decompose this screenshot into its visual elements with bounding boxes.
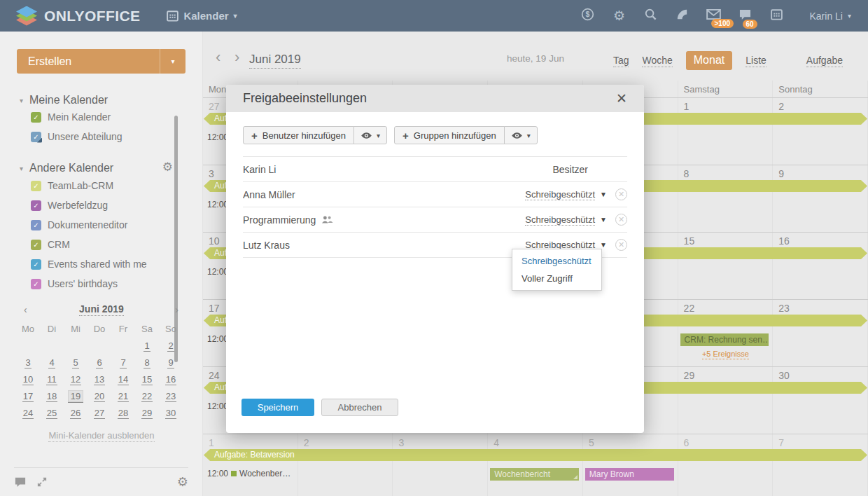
minical-date[interactable]: 22 — [141, 391, 153, 402]
minical-date[interactable]: 8 — [144, 357, 150, 368]
minical-date[interactable]: 29 — [141, 408, 153, 419]
payments-button[interactable]: $ — [580, 8, 596, 24]
minical-date[interactable]: 4 — [48, 357, 55, 368]
minical-date[interactable]: 10 — [22, 374, 34, 385]
minical-date[interactable]: 6 — [96, 357, 102, 368]
day-cell[interactable]: 1 — [203, 434, 298, 496]
day-event[interactable]: CRM: Rechnung sen… — [680, 333, 769, 346]
day-cell[interactable]: 1 — [678, 98, 774, 165]
minical-date[interactable]: 20 — [94, 391, 105, 402]
chevron-down-icon[interactable]: ▼ — [600, 216, 607, 223]
day-cell[interactable]: 3 — [393, 434, 488, 496]
other-calendars-gear-icon[interactable]: ⚙ — [162, 162, 173, 173]
day-event[interactable]: Wochenbericht — [490, 468, 579, 481]
day-cell[interactable]: 7 — [773, 434, 868, 496]
add-group-visibility-dropdown[interactable]: ▾ — [504, 126, 538, 144]
hide-minical-link[interactable]: Mini-Kalender ausblenden — [0, 430, 203, 441]
add-user-visibility-dropdown[interactable]: ▾ — [354, 126, 387, 144]
mail-button[interactable]: >100 — [706, 9, 722, 22]
minical-date[interactable]: 11 — [46, 374, 57, 385]
calendar-checkbox[interactable]: ✓ — [31, 240, 41, 250]
cancel-button[interactable]: Abbrechen — [321, 399, 398, 416]
calendar-checkbox[interactable]: ✓ — [31, 279, 41, 289]
remove-user-icon[interactable]: ✕ — [615, 188, 627, 200]
day-cell[interactable]: 15 — [678, 233, 774, 299]
day-cell[interactable]: 2 — [298, 434, 393, 496]
sidebar-settings-gear-icon[interactable]: ⚙ — [177, 474, 188, 490]
minical-date[interactable]: 1 — [144, 340, 150, 352]
day-event[interactable]: Mary Brown — [585, 468, 674, 481]
day-cell[interactable]: 23 — [773, 300, 868, 366]
chevron-down-icon[interactable]: ▼ — [600, 191, 607, 198]
calendar-checkbox[interactable]: ✓ — [31, 112, 41, 123]
minical-date[interactable]: 3 — [24, 357, 31, 368]
settings-button[interactable]: ⚙ — [612, 9, 627, 23]
add-group-button[interactable]: + Gruppen hinzufügen — [394, 126, 505, 144]
support-chat-button[interactable] — [14, 476, 27, 488]
calendar-list-item[interactable]: ✓Users' birthdays — [31, 274, 181, 294]
multi-day-event-bar[interactable]: Aufgabe: Betaversion — [204, 449, 867, 461]
remove-user-icon[interactable]: ✕ — [615, 214, 627, 226]
permission-link[interactable]: Schreibgeschützt — [525, 214, 595, 226]
calendar-list-item[interactable]: ✓Mein Kalender — [31, 107, 181, 127]
minical-date[interactable]: 9 — [167, 357, 174, 368]
permission-link[interactable]: Schreibgeschützt — [525, 189, 595, 200]
minical-date[interactable]: 13 — [94, 374, 105, 385]
calendar-list-item[interactable]: ✓Events shared with me — [31, 254, 181, 274]
resize-handle[interactable] — [573, 475, 578, 479]
create-button[interactable]: Erstellen ▾ — [17, 49, 186, 74]
minical-date[interactable]: 18 — [46, 391, 57, 402]
view-tab-woche[interactable]: Woche — [642, 55, 672, 67]
dropdown-option[interactable]: Schreibgeschützt — [512, 252, 601, 270]
calendar-checkbox[interactable]: ✓ — [31, 132, 41, 142]
view-tab-liste[interactable]: Liste — [746, 55, 766, 67]
timed-event[interactable]: 12:00Wochenber… — [207, 469, 295, 478]
close-icon[interactable]: ✕ — [616, 92, 627, 105]
more-events-link[interactable]: +5 Ereignisse — [678, 350, 774, 358]
search-button[interactable] — [643, 8, 659, 24]
calendar-checkbox[interactable]: ✓ — [31, 259, 41, 270]
app-switcher[interactable]: Kalender ▾ — [167, 10, 237, 22]
minical-date[interactable]: 19 — [68, 390, 83, 403]
view-tab-tag[interactable]: Tag — [613, 55, 629, 67]
user-menu[interactable]: Karin Li ▾ — [810, 11, 852, 22]
save-button[interactable]: Speichern — [241, 399, 314, 416]
view-tab-monat[interactable]: Monat — [686, 51, 732, 70]
dropdown-option[interactable]: Voller Zugriff — [512, 270, 601, 287]
minical-date[interactable]: 5 — [72, 357, 78, 368]
day-cell[interactable]: 4 — [488, 434, 583, 496]
calendar-button[interactable] — [769, 8, 785, 23]
onlyoffice-logo[interactable]: ONLYOFFICE — [15, 6, 140, 27]
minical-date[interactable]: 12 — [70, 374, 81, 385]
talk-button[interactable]: 60 — [738, 8, 753, 23]
calendar-checkbox[interactable]: ✓ — [31, 200, 41, 211]
feed-button[interactable] — [675, 8, 690, 24]
minical-date[interactable]: 2 — [167, 340, 174, 352]
day-cell[interactable]: 9 — [773, 165, 868, 232]
add-user-button[interactable]: + Benutzer hinzufügen — [243, 126, 354, 144]
minical-date[interactable]: 17 — [22, 391, 34, 402]
minical-date[interactable]: 26 — [70, 408, 81, 419]
calendar-list-item[interactable]: ✓Werbefeldzug — [31, 195, 181, 215]
day-cell[interactable]: 29 — [678, 367, 774, 434]
minical-date[interactable]: 16 — [165, 374, 176, 385]
chevron-down-icon[interactable]: ▼ — [600, 241, 607, 249]
minical-date[interactable]: 21 — [118, 391, 129, 402]
calendar-list-item[interactable]: ✓Dokumenteneditor — [31, 215, 181, 235]
view-tab-aufgabe[interactable]: Aufgabe — [806, 55, 843, 67]
day-cell[interactable]: 30 — [773, 367, 868, 434]
calendar-checkbox[interactable]: ✓ — [31, 220, 41, 230]
minical-date[interactable]: 7 — [120, 357, 126, 368]
minical-date[interactable]: 28 — [118, 408, 129, 419]
minical-date[interactable]: 27 — [94, 408, 105, 419]
calendar-list-item[interactable]: ✓Unsere Abteilung — [31, 127, 181, 146]
other-calendars-header[interactable]: ▾ Andere Kalender — [20, 162, 113, 174]
day-cell[interactable]: 16 — [773, 233, 868, 299]
day-cell[interactable]: 2 — [773, 98, 868, 165]
create-dropdown-toggle[interactable]: ▾ — [160, 49, 186, 74]
expand-button[interactable] — [36, 476, 48, 488]
minical-date[interactable]: 23 — [165, 391, 176, 402]
minical-title[interactable]: Juni 2019 — [0, 303, 203, 315]
minical-date[interactable]: 14 — [118, 374, 129, 385]
day-cell[interactable]: 5 — [583, 434, 678, 496]
